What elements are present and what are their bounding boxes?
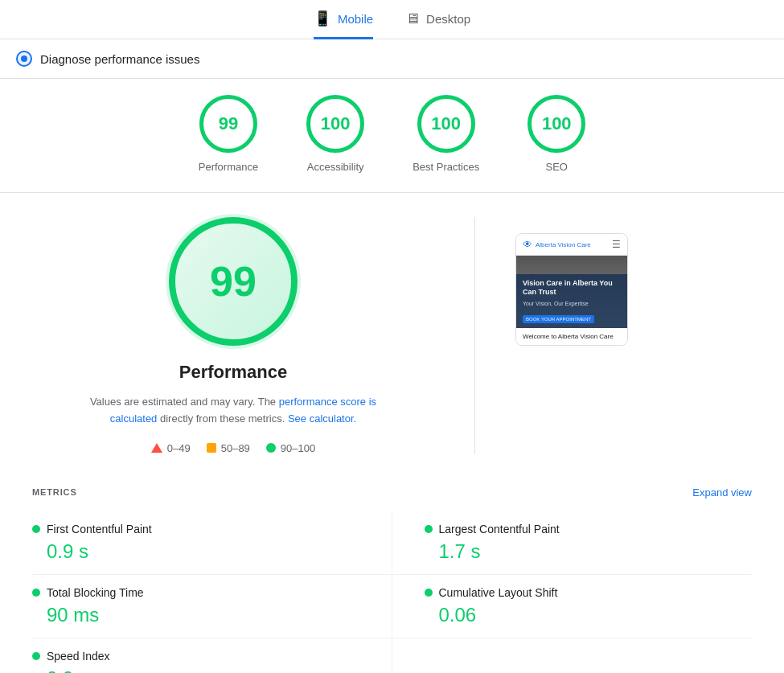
hamburger-icon: ☰: [612, 239, 621, 250]
metric-name-row-cls: Cumulative Layout Shift: [425, 586, 753, 599]
metrics-title: METRICS: [32, 487, 77, 497]
metric-item-lcp: Largest Contentful Paint 1.7 s: [392, 511, 753, 575]
site-preview-header: 👁 Alberta Vision Care ☰: [516, 234, 627, 256]
metric-name-row-fcp: First Contentful Paint: [32, 523, 359, 536]
tabs-bar: 📱 Mobile 🖥 Desktop: [0, 0, 784, 39]
metric-name-row-tbt: Total Blocking Time: [32, 586, 359, 599]
metric-dot-tbt: [32, 589, 40, 597]
score-label-accessibility: Accessibility: [307, 161, 364, 173]
metric-dot-si: [32, 652, 40, 660]
score-label-seo: SEO: [546, 161, 568, 173]
metric-dot-lcp: [425, 525, 433, 533]
metric-value-si: 0.9 s: [32, 667, 359, 673]
left-panel: 99 Performance Values are estimated and …: [32, 217, 434, 454]
metric-name-si: Speed Index: [47, 650, 110, 663]
metric-name-row-si: Speed Index: [32, 650, 359, 663]
metric-item-fcp: First Contentful Paint 0.9 s: [32, 511, 392, 575]
legend-item-low: 0–49: [151, 442, 191, 454]
metric-item-cls: Cumulative Layout Shift 0.06: [392, 575, 753, 638]
metric-name-lcp: Largest Contentful Paint: [439, 523, 560, 536]
site-hero-sub: Your Vision, Our Expertise: [523, 301, 621, 306]
score-panel: 99 Performance 100 Accessibility 100 Bes…: [0, 79, 784, 193]
score-circle-performance: 99: [199, 95, 257, 153]
diagnose-dot: [16, 51, 32, 67]
metrics-header: METRICS Expand view: [32, 478, 752, 511]
score-item-best-practices[interactable]: 100 Best Practices: [413, 95, 479, 173]
legend-item-high: 90–100: [266, 442, 315, 454]
legend: 0–49 50–89 90–100: [151, 442, 315, 454]
legend-item-mid: 50–89: [207, 442, 250, 454]
metric-name-row-lcp: Largest Contentful Paint: [425, 523, 753, 536]
perf-title: Performance: [179, 362, 288, 383]
score-item-performance[interactable]: 99 Performance: [199, 95, 258, 173]
expand-view-button[interactable]: Expand view: [692, 486, 752, 499]
site-logo-text: Alberta Vision Care: [536, 241, 591, 248]
metric-name-cls: Cumulative Layout Shift: [439, 586, 558, 599]
mobile-icon: 📱: [314, 10, 331, 27]
metric-name-tbt: Total Blocking Time: [47, 586, 144, 599]
desc-middle: directly from these metrics.: [157, 412, 288, 425]
site-hero-title: Vision Care in Alberta You Can Trust: [523, 279, 621, 298]
legend-circle-icon: [266, 443, 276, 453]
metric-value-lcp: 1.7 s: [425, 540, 753, 563]
right-panel: 👁 Alberta Vision Care ☰ Vision Care in A…: [515, 233, 628, 454]
vertical-divider: [474, 217, 475, 454]
tab-desktop-label: Desktop: [426, 12, 470, 26]
score-item-accessibility[interactable]: 100 Accessibility: [306, 95, 364, 173]
calculator-link[interactable]: See calculator.: [288, 412, 356, 425]
metrics-section: METRICS Expand view First Contentful Pai…: [0, 478, 784, 673]
legend-triangle-icon: [151, 443, 162, 453]
diagnose-row: Diagnose performance issues: [0, 39, 784, 79]
eye-icon: 👁: [523, 239, 532, 250]
metric-name-fcp: First Contentful Paint: [47, 523, 152, 536]
score-circle-accessibility: 100: [306, 95, 364, 153]
score-circle-best-practices: 100: [417, 95, 475, 153]
tab-mobile-label: Mobile: [338, 12, 373, 26]
big-score-value: 99: [210, 257, 257, 306]
score-label-best-practices: Best Practices: [413, 161, 479, 173]
site-hero-overlay: Vision Care in Alberta You Can Trust You…: [516, 274, 627, 328]
metric-value-cls: 0.06: [425, 604, 753, 626]
big-score-circle: 99: [169, 217, 298, 346]
metric-item-si: Speed Index 0.9 s: [32, 638, 392, 673]
site-logo: 👁 Alberta Vision Care: [523, 239, 591, 250]
metrics-grid: First Contentful Paint 0.9 s Largest Con…: [32, 511, 752, 673]
site-preview: 👁 Alberta Vision Care ☰ Vision Care in A…: [515, 233, 628, 346]
metric-item-tbt: Total Blocking Time 90 ms: [32, 575, 392, 638]
site-cta-button: BOOK YOUR APPOINTMENT: [523, 315, 594, 323]
legend-square-icon: [207, 443, 216, 453]
metric-dot-fcp: [32, 525, 40, 533]
score-circle-seo: 100: [527, 95, 585, 153]
description-text: Values are estimated and may vary. The p…: [72, 394, 394, 428]
metric-value-fcp: 0.9 s: [32, 540, 359, 563]
score-label-performance: Performance: [199, 161, 258, 173]
site-footer-preview: Welcome to Alberta Vision Care: [516, 328, 627, 345]
metric-dot-cls: [425, 589, 433, 597]
desktop-icon: 🖥: [405, 10, 420, 27]
tab-desktop[interactable]: 🖥 Desktop: [405, 10, 470, 39]
legend-range-mid: 50–89: [221, 442, 250, 454]
diagnose-text: Diagnose performance issues: [40, 52, 199, 66]
main-content: 99 Performance Values are estimated and …: [0, 193, 784, 478]
desc-prefix: Values are estimated and may vary. The: [90, 396, 279, 408]
tab-mobile[interactable]: 📱 Mobile: [314, 10, 373, 39]
site-hero: Vision Care in Alberta You Can Trust You…: [516, 256, 627, 328]
legend-range-low: 0–49: [167, 442, 191, 454]
metric-value-tbt: 90 ms: [32, 604, 359, 626]
legend-range-high: 90–100: [281, 442, 315, 454]
score-item-seo[interactable]: 100 SEO: [527, 95, 585, 173]
